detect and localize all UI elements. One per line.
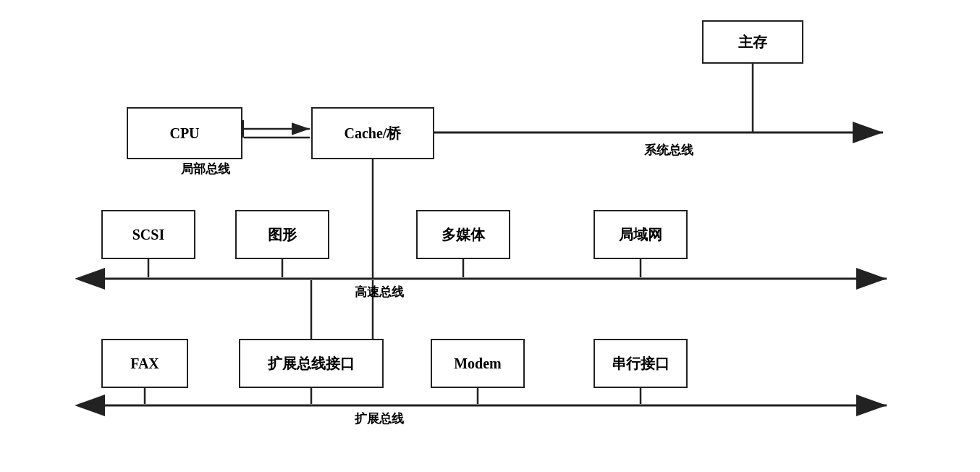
scsi-label: SCSI: [132, 227, 164, 243]
expansion-bus-label: 扩展总线: [355, 410, 404, 427]
serial-label: 串行接口: [612, 354, 669, 374]
diagram: CPU Cache/桥 主存 局部总线 系统总线 SCSI 图形 多媒体 局域网…: [0, 0, 980, 472]
main-memory-label: 主存: [738, 33, 767, 52]
graphics-label: 图形: [268, 225, 297, 245]
serial-box: 串行接口: [594, 339, 688, 388]
modem-box: Modem: [431, 339, 525, 388]
cpu-box: CPU: [127, 107, 242, 159]
cache-box: Cache/桥: [311, 107, 434, 159]
modem-label: Modem: [454, 355, 502, 372]
lan-box: 局域网: [594, 210, 688, 259]
expansion-label: 扩展总线接口: [268, 354, 355, 374]
multimedia-box: 多媒体: [416, 210, 510, 259]
fax-box: FAX: [101, 339, 188, 388]
system-bus-label: 系统总线: [644, 142, 693, 159]
expansion-box: 扩展总线接口: [239, 339, 384, 388]
scsi-box: SCSI: [101, 210, 195, 259]
cache-label: Cache/桥: [345, 124, 402, 143]
cpu-label: CPU: [169, 125, 199, 142]
high-speed-bus-label: 高速总线: [355, 284, 404, 300]
local-bus-label: 局部总线: [181, 161, 230, 177]
fax-label: FAX: [130, 355, 159, 372]
multimedia-label: 多媒体: [442, 225, 485, 245]
lan-label: 局域网: [619, 225, 662, 245]
main-memory-box: 主存: [702, 20, 803, 64]
graphics-box: 图形: [235, 210, 329, 259]
